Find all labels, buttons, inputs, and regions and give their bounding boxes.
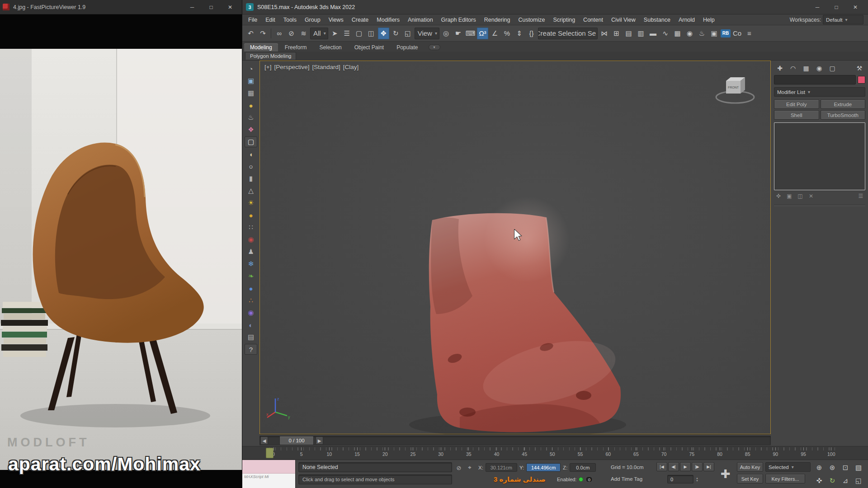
key-filters-button[interactable]: Key Filters... [765,474,805,483]
toggle-layer-explorer-icon[interactable]: ▥ [635,28,646,39]
toolbar-co-label[interactable]: Co [731,28,743,39]
frame-tick-15[interactable]: 15 [353,447,361,457]
frame-spinner[interactable]: ▲▼ [694,475,700,483]
viewer-minimize-button[interactable]: ─ [183,1,201,13]
material-editor-icon[interactable]: ◉ [684,28,695,39]
modify-tab-icon[interactable]: ◠ [787,63,799,73]
help-icon[interactable]: ? [245,344,257,355]
photo-viewer-canvas[interactable]: MODLOFT [0,49,242,470]
menu-animation[interactable]: Animation [404,14,437,25]
toggle-scene-explorer-icon[interactable]: ▤ [623,28,634,39]
frame-tick-55[interactable]: 55 [576,447,585,457]
select-object-icon[interactable]: ➤ [329,28,340,39]
menu-views[interactable]: Views [325,14,348,25]
configure-modifier-sets-icon[interactable]: ☰ [856,192,865,200]
frame-tick-5[interactable]: 5 [297,447,306,457]
angle-snap-toggle-icon[interactable]: ∠ [489,28,500,39]
set-key-button[interactable]: Set Key [737,474,763,483]
y-coordinate-field[interactable]: 144.496cm [526,463,561,472]
unlink-selection-icon[interactable]: ⊘ [286,28,297,39]
teapot-icon[interactable]: ♨ [245,112,257,123]
maximize-viewport-toggle-icon[interactable]: ◱ [852,474,865,487]
x-coordinate-field[interactable]: 30.121cm [486,463,517,472]
zoom-all-icon[interactable]: ⊛ [826,461,839,474]
object-color-swatch[interactable] [858,76,865,84]
pin-stack-icon[interactable]: ✜ [774,192,783,200]
menu-content[interactable]: Content [579,14,607,25]
select-and-scale-icon[interactable]: ◱ [402,28,414,39]
zoom-region-icon[interactable]: ▧ [852,461,865,474]
menu-customize[interactable]: Customize [514,14,549,25]
percent-snap-toggle-icon[interactable]: % [501,28,513,39]
menu-civil-view[interactable]: Civil View [607,14,640,25]
viewport-label-segment-3[interactable]: [Clay] [343,64,359,70]
frame-tick-60[interactable]: 60 [604,447,612,457]
menu-rendering[interactable]: Rendering [480,14,514,25]
ribbon-tab-populate[interactable]: Populate [391,43,424,52]
menu-file[interactable]: File [244,14,261,25]
select-and-move-icon[interactable]: ✥ [378,28,389,39]
menu-tools[interactable]: Tools [279,14,301,25]
blob-primitive-icon[interactable]: ◖ [245,149,257,160]
viewport-label-segment-1[interactable]: [Perspective] [274,64,309,70]
time-slider-track[interactable] [259,436,771,445]
rectangular-selection-region-icon[interactable]: ▢ [354,28,365,39]
ribbon-tab-freeform[interactable]: Freeform [279,43,313,52]
align-icon[interactable]: ⊞ [611,28,622,39]
menu-modifiers[interactable]: Modifiers [373,14,404,25]
menu-create[interactable]: Create [348,14,373,25]
enabled-count-indicator[interactable]: 0 [585,476,593,483]
frame-tick-100[interactable]: 100 [827,447,835,457]
snaps-toggle-icon[interactable]: Ω³ [477,28,488,39]
orbit-icon[interactable]: ↻ [826,474,839,487]
display-tab-icon[interactable]: ▢ [826,63,838,73]
enabled-green-indicator[interactable] [579,477,583,482]
make-unique-icon[interactable]: ◫ [796,192,805,200]
curve-editor-icon[interactable]: ∿ [660,28,671,39]
remove-modifier-icon[interactable]: ✕ [807,192,816,200]
select-and-rotate-icon[interactable]: ↻ [390,28,401,39]
key-mode-dropdown[interactable]: Selected [765,462,811,472]
maxscript-listener-row[interactable]: MAXScript Mi [242,474,295,488]
menu-graph-editors[interactable]: Graph Editors [437,14,480,25]
torus-primitive-icon[interactable]: ○ [245,161,257,172]
object-name-field[interactable] [774,75,856,84]
ribbon-tab-object-paint[interactable]: Object Paint [349,43,390,52]
ribbon-subtab-polygon-modeling[interactable]: Polygon Modeling [245,52,296,60]
frame-tick-65[interactable]: 65 [632,447,640,457]
viewport-label-segment-0[interactable]: [+] [264,64,271,70]
large-plus-icon[interactable]: ✚ [718,465,733,483]
time-slider-handle[interactable]: 0 / 100 [279,436,314,445]
workspaces-dropdown[interactable]: Default [823,15,863,24]
frame-tick-95[interactable]: 95 [799,447,807,457]
snowflake-icon[interactable]: ❄ [245,258,257,269]
menu-scripting[interactable]: Scripting [549,14,579,25]
use-pivot-point-center-icon[interactable]: ◎ [440,28,452,39]
toggle-ribbon-icon[interactable]: ▬ [647,28,659,39]
undo-icon[interactable]: ↶ [245,28,256,39]
dark-sphere-icon[interactable]: ◐ [245,319,257,330]
fov-icon[interactable]: ⊿ [839,474,852,487]
redo-icon[interactable]: ↷ [257,28,269,39]
zoom-extents-icon[interactable]: ⊡ [839,461,852,474]
frame-tick-25[interactable]: 25 [409,447,417,457]
selection-lock-toggle-icon[interactable]: ⊘ [455,464,463,472]
viewer-close-button[interactable]: ✕ [221,1,239,13]
max-close-button[interactable]: ✕ [846,1,864,13]
particle-grid-icon[interactable]: ∷ [245,222,257,233]
toolbar-menu-icon[interactable]: ≡ [744,28,755,39]
schematic-view-icon[interactable]: ▦ [672,28,683,39]
select-and-manipulate-icon[interactable]: ☛ [453,28,464,39]
play-button[interactable]: ▶ [680,462,691,471]
spinner-snap-toggle-icon[interactable]: ⇕ [514,28,525,39]
frame-tick-45[interactable]: 45 [520,447,528,457]
frame-tick-90[interactable]: 90 [771,447,779,457]
scene-icon[interactable]: ◔ [245,63,257,74]
reference-coordinate-system-dropdown[interactable]: View [415,28,439,39]
named-selection-sets-dropdown[interactable]: Create Selection Se [538,28,598,39]
menu-substance[interactable]: Substance [640,14,675,25]
frame-tick-75[interactable]: 75 [688,447,696,457]
frame-tick-50[interactable]: 50 [548,447,557,457]
turbosmooth-button[interactable]: TurboSmooth [821,110,866,120]
helper-point-icon[interactable]: ◉ [245,234,257,245]
